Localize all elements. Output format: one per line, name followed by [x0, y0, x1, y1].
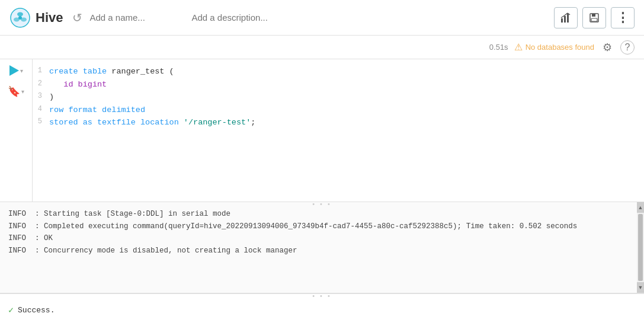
bookmark-dropdown-icon[interactable]: ▾	[21, 88, 24, 95]
code-line-4: 4 row format delimited	[33, 104, 644, 117]
svg-rect-7	[567, 14, 569, 23]
main-content-area: ▾ 🔖 ▾ 1 create table ranger_test ( 2 id …	[0, 59, 644, 202]
warning-text: No databases found	[526, 43, 594, 52]
query-toolbar: 0.51s ⚠ No databases found ⚙ ?	[0, 36, 644, 59]
svg-point-4	[18, 16, 22, 20]
scroll-thumb[interactable]	[638, 214, 643, 281]
svg-rect-10	[591, 18, 597, 21]
bookmark-icon: 🔖	[8, 85, 20, 98]
svg-rect-5	[561, 18, 563, 23]
execution-timer: 0.51s	[489, 43, 508, 52]
app-logo: Hive	[9, 7, 63, 28]
log-line-4: INFO : Concurrency mode is disabled, not…	[8, 245, 632, 257]
code-line-5: 5 stored as textfile location '/ranger-t…	[33, 116, 644, 129]
log-panel-resize-handle[interactable]: • • •	[0, 202, 644, 206]
svg-rect-9	[592, 14, 595, 17]
bottom-panels: • • • INFO : Starting task [Stage-0:DDL]…	[0, 202, 644, 326]
success-text-label: Success.	[18, 306, 55, 315]
bookmark-button[interactable]: 🔖 ▾	[8, 85, 24, 98]
header-action-buttons: ⋮	[554, 7, 635, 28]
log-line-2: INFO : Completed executing command(query…	[8, 220, 632, 233]
success-message: ✓ Success.	[8, 305, 55, 316]
run-query-button[interactable]: ▾	[9, 65, 23, 76]
log-scrollbar[interactable]: ▲ ▼	[637, 202, 644, 293]
svg-rect-6	[564, 16, 566, 23]
chart-icon	[560, 12, 571, 23]
settings-button[interactable]: ⚙	[600, 40, 614, 55]
success-resize-dots-icon: • • •	[312, 292, 332, 299]
log-panel: • • • INFO : Starting task [Stage-0:DDL]…	[0, 202, 644, 293]
run-dropdown-icon[interactable]: ▾	[20, 68, 23, 74]
no-databases-warning: ⚠ No databases found	[514, 41, 594, 53]
code-line-1: 1 create table ranger_test (	[33, 65, 644, 78]
save-button[interactable]	[582, 7, 606, 28]
hive-logo-icon	[9, 7, 31, 28]
undo-button[interactable]: ↺	[72, 11, 82, 25]
svg-point-1	[17, 12, 23, 16]
log-line-3: INFO : OK	[8, 232, 632, 245]
log-content[interactable]: INFO : Starting task [Stage-0:DDL] in se…	[0, 202, 644, 293]
save-icon	[589, 12, 600, 23]
editor-gutter: ▾ 🔖 ▾	[0, 59, 33, 202]
scroll-down-button[interactable]: ▼	[637, 282, 644, 293]
success-check-icon: ✓	[8, 305, 14, 316]
run-triangle-icon	[9, 65, 19, 76]
warning-icon: ⚠	[514, 41, 523, 53]
chart-button[interactable]	[554, 7, 578, 28]
help-icon: ?	[625, 42, 630, 53]
header-bar: Hive ↺ ⋮	[0, 0, 644, 36]
code-line-3: 3 )	[33, 91, 644, 104]
more-options-button[interactable]: ⋮	[611, 7, 635, 28]
log-line-1: INFO : Starting task [Stage-0:DDL] in se…	[8, 208, 632, 220]
help-button[interactable]: ?	[620, 40, 635, 55]
more-icon: ⋮	[616, 10, 629, 25]
settings-icon: ⚙	[603, 41, 612, 54]
code-line-2: 2 id bigint	[33, 78, 644, 91]
code-editor[interactable]: 1 create table ranger_test ( 2 id bigint…	[33, 59, 644, 202]
success-panel: • • • ✓ Success.	[0, 293, 644, 326]
query-description-input[interactable]	[191, 12, 547, 23]
app-title: Hive	[36, 10, 63, 25]
query-name-input[interactable]	[89, 12, 184, 23]
resize-dots-icon: • • •	[312, 202, 332, 207]
success-panel-resize-handle[interactable]: • • •	[0, 294, 644, 298]
